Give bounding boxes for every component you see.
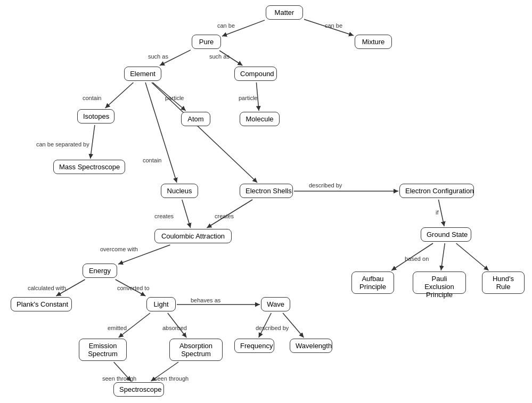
edge-label-light-emission: emitted (108, 325, 127, 331)
edge-label-isotopes-mass_spectroscope: can be separated by (36, 141, 89, 147)
node-compound: Compound (234, 67, 277, 81)
edge-label-energy-planks: calculated with (28, 285, 66, 291)
svg-line-17 (456, 243, 489, 270)
concept-map: MatterPureMixtureElementCompoundIsotopes… (0, 0, 532, 403)
edge-label-light-wave: behaves as (191, 297, 220, 303)
edge-label-element-nucleus: contain (143, 157, 161, 163)
edge-label-electron_config-ground_state: if (436, 209, 439, 216)
node-molecule: Molecule (240, 112, 280, 126)
edge-label-ground_state-aufbau: based on (405, 256, 429, 262)
node-mixture: Mixture (355, 35, 392, 49)
edge-label-nucleus-coulombic: creates (154, 213, 174, 219)
node-planks: Plank's Constant (11, 297, 72, 311)
svg-line-16 (441, 243, 445, 270)
edge-label-compound-molecule: particle (239, 95, 257, 101)
edge-label-electron_shells-coulombic: creates (215, 213, 234, 219)
edge-label-electron_shells-electron_config: described by (309, 182, 342, 188)
node-absorption: Absorption Spectrum (169, 339, 223, 361)
edge-label-element-atom: particle (165, 95, 184, 101)
edge-label-matter-pure: can be (217, 22, 235, 29)
edge-label-pure-compound: such as (209, 53, 230, 60)
node-light: Light (146, 297, 176, 311)
node-energy: Energy (83, 264, 117, 278)
svg-line-14 (438, 200, 444, 226)
edge-label-absorption-spectroscope: seen through (154, 375, 189, 382)
svg-line-8 (91, 125, 95, 159)
edge-label-light-absorption: absorbed (162, 325, 187, 331)
node-nucleus: Nucleus (161, 184, 198, 198)
node-frequency: Frequency (234, 339, 274, 353)
node-wave: Wave (261, 297, 290, 311)
node-wavelength: Wavelength (290, 339, 332, 353)
node-ground_state: Ground State (421, 227, 471, 242)
edge-label-coulombic-energy: overcome with (100, 246, 138, 252)
node-electron_config: Electron Configuration (399, 184, 474, 198)
node-hunds: Hund's Rule (482, 272, 525, 294)
node-atom: Atom (181, 112, 210, 126)
node-pauli: Pauli Exclusion Principle (413, 272, 466, 294)
node-mass_spectroscope: Mass Spectroscope (53, 160, 125, 174)
edge-label-pure-element: such as (148, 53, 168, 60)
node-element: Element (124, 67, 161, 81)
edge-label-element-isotopes: contain (83, 95, 101, 101)
node-coulombic: Coulombic Attraction (154, 229, 232, 243)
edge-label-wave-frequency: described by (256, 325, 289, 331)
node-matter: Matter (266, 5, 303, 20)
svg-line-11 (182, 200, 191, 228)
node-spectroscope: Spectroscope (113, 382, 164, 397)
node-pure: Pure (192, 35, 221, 49)
node-aufbau: Aufbau Principle (351, 272, 394, 294)
edge-label-energy-light: converted to (117, 285, 150, 291)
node-isotopes: Isotopes (77, 109, 114, 124)
svg-line-5 (105, 83, 134, 108)
edge-label-emission-spectroscope: seen through (102, 375, 136, 382)
edge-label-matter-mixture: can be (325, 22, 342, 29)
node-electron_shells: Electron Shells (240, 184, 293, 198)
node-emission: Emission Spectrum (79, 339, 127, 361)
